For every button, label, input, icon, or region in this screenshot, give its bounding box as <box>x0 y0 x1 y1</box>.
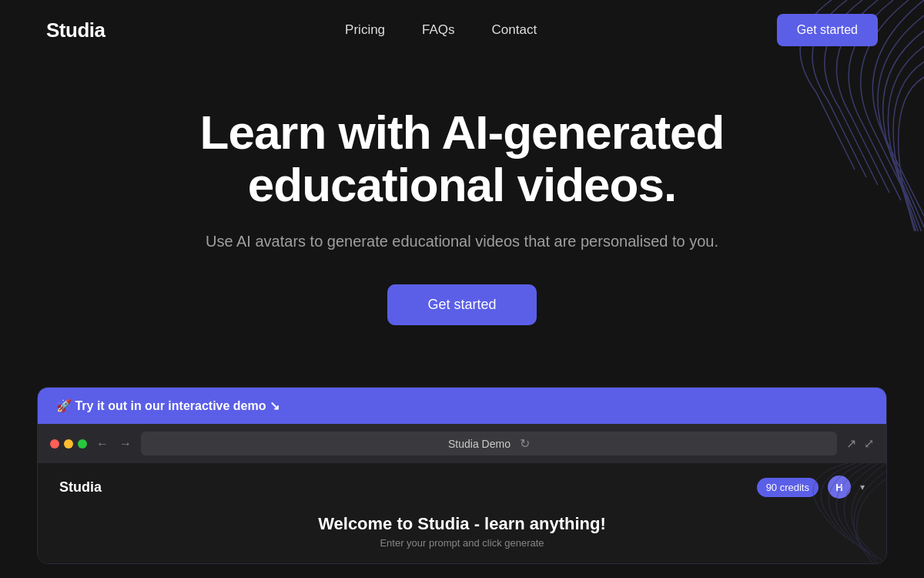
nav-link-pricing[interactable]: Pricing <box>345 22 385 38</box>
app-hero-content: Welcome to Studia - learn anything! Ente… <box>59 508 865 549</box>
browser-close-dot[interactable] <box>50 439 59 449</box>
browser-action-buttons: ↗ ⤢ <box>846 436 874 451</box>
demo-banner: 🚀 Try it out in our interactive demo ↘ <box>38 388 886 424</box>
user-avatar[interactable]: H <box>828 476 851 499</box>
hero-cta-button[interactable]: Get started <box>387 284 536 325</box>
browser-external-link-icon[interactable]: ↗ <box>846 436 856 451</box>
hero-section: Learn with AI-generated educational vide… <box>0 60 924 356</box>
browser-maximize-dot[interactable] <box>78 439 87 449</box>
browser-fullscreen-icon[interactable]: ⤢ <box>864 436 874 451</box>
browser-window-controls <box>50 439 87 449</box>
browser-minimize-dot[interactable] <box>64 439 73 449</box>
app-welcome-title: Welcome to Studia - learn anything! <box>59 514 865 534</box>
browser-nav-buttons: ← → <box>96 437 132 451</box>
app-logo: Studia <box>59 479 102 496</box>
navbar: Studia Pricing FAQs Contact Get started <box>0 0 924 60</box>
app-content: Studia 90 credits H ▾ Welcome to Studia … <box>38 463 886 563</box>
app-welcome-subtitle: Enter your prompt and click generate <box>59 537 865 549</box>
demo-container: 🚀 Try it out in our interactive demo ↘ ←… <box>37 387 887 564</box>
user-dropdown-arrow[interactable]: ▾ <box>860 482 865 492</box>
browser-refresh-button[interactable]: ↻ <box>520 436 530 451</box>
browser-chrome: ← → Studia Demo ↻ ↗ ⤢ <box>38 424 886 463</box>
nav-link-contact[interactable]: Contact <box>492 22 537 38</box>
nav-links: Pricing FAQs Contact <box>345 22 537 38</box>
browser-address-bar[interactable]: Studia Demo ↻ <box>141 432 837 455</box>
app-header-right: 90 credits H ▾ <box>757 476 865 499</box>
browser-forward-button[interactable]: → <box>119 437 132 451</box>
browser-back-button[interactable]: ← <box>96 437 109 451</box>
hero-title: Learn with AI-generated educational vide… <box>116 106 808 211</box>
nav-cta-button[interactable]: Get started <box>777 14 878 46</box>
brand-logo: Studia <box>46 18 105 42</box>
browser-address-text: Studia Demo <box>448 438 511 450</box>
app-header: Studia 90 credits H ▾ <box>59 476 865 499</box>
hero-subtitle: Use AI avatars to generate educational v… <box>46 233 878 250</box>
nav-link-faqs[interactable]: FAQs <box>422 22 455 38</box>
credits-badge: 90 credits <box>757 478 819 497</box>
